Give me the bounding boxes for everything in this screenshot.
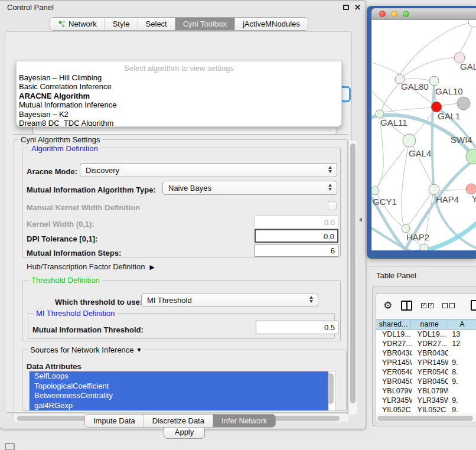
settings-scrollbar-thumb[interactable] [350, 144, 356, 403]
manual-kernel-width-checkbox[interactable] [328, 201, 337, 210]
mi-threshold-label: Mutual Information Threshold: [32, 325, 144, 334]
network-edge[interactable] [402, 147, 408, 225]
table-row[interactable]: YBR045CYBR045C9. [376, 377, 476, 387]
network-window-titlebar[interactable] [371, 8, 476, 20]
attributes-list-scrollbar[interactable] [328, 373, 334, 404]
splitter-collapse-icon[interactable] [359, 217, 362, 222]
network-node[interactable] [468, 20, 476, 27]
algorithm-option-basic-correlation-inference[interactable]: Basic Correlation Inference [17, 82, 341, 91]
network-node[interactable] [420, 244, 428, 250]
manual-kernel-width-label: Manual Kernel Width Definition [27, 203, 140, 212]
algorithm-option-mutual-information-inference[interactable]: Mutual Information Inference [17, 100, 341, 109]
mi-algorithm-type-select[interactable]: Naive Bayes [162, 181, 337, 195]
float-window-icon[interactable] [343, 5, 349, 10]
node-label-gal11: GAL11 [380, 118, 407, 128]
kernel-width-field[interactable]: 0.0 [255, 216, 338, 229]
network-node-hap4[interactable] [429, 184, 439, 195]
table-cell: 12 [448, 340, 476, 349]
new-table-icon[interactable] [471, 300, 476, 311]
hub-definition-label: Hub/Transcription Factor Definition [27, 262, 145, 271]
algorithm-option-dream8-dc-tdc-algorithm[interactable]: Dream8 DC_TDC Algorithm [17, 119, 341, 127]
table-row[interactable]: YLR345WYLR345W9. [376, 396, 476, 406]
collapse-down-icon: ▼ [136, 347, 142, 353]
table-cell: YBR045C [376, 377, 412, 387]
table-row[interactable]: YPR145WYPR145W9. [376, 358, 476, 368]
table-horizontal-scrollbar[interactable] [377, 416, 473, 421]
aracne-mode-select[interactable]: Discovery [80, 163, 337, 177]
node-label-y: Y [472, 194, 476, 204]
network-icon [58, 20, 66, 28]
close-panel-icon[interactable]: ✕ [354, 3, 361, 12]
column-visibility-icon[interactable] [401, 301, 412, 311]
network-edge[interactable] [371, 63, 400, 75]
network-edge[interactable] [377, 146, 407, 187]
deselect-all-icon[interactable] [442, 303, 455, 308]
network-edge[interactable] [382, 83, 399, 110]
network-node-gal10[interactable] [429, 76, 439, 86]
dock-panel-icon[interactable] [5, 443, 15, 450]
minimize-window-icon[interactable] [391, 11, 397, 17]
column-header-name[interactable]: name [411, 319, 448, 329]
algorithm-option-bayesian-hill-climbing[interactable]: Bayesian – Hill Climbing [17, 73, 341, 82]
table-row[interactable]: YBR043CYBR043C [376, 349, 476, 358]
network-node-hap2[interactable] [402, 224, 410, 233]
node-label-gal10: GAL10 [435, 86, 463, 96]
network-node-y[interactable] [466, 184, 476, 194]
network-edge[interactable] [408, 193, 431, 226]
network-edge-thick[interactable] [432, 86, 434, 185]
column-header-a[interactable]: A [448, 319, 476, 329]
sources-group-title[interactable]: Sources for Network Inference▼ [28, 345, 144, 354]
network-node-gal11[interactable] [376, 110, 384, 118]
table-row[interactable]: YER054CYER054C8. [376, 368, 476, 377]
column-header-shared[interactable]: shared... [376, 319, 411, 329]
close-window-icon[interactable] [379, 11, 386, 17]
table-row[interactable]: YBL079WYBL079W [376, 387, 476, 396]
select-all-icon[interactable] [421, 303, 433, 308]
tab-style[interactable]: Style [105, 18, 138, 30]
tab-select[interactable]: Select [138, 18, 175, 30]
which-threshold-select[interactable]: MI Threshold [141, 293, 318, 307]
attribute-item-topologicalcoefficient[interactable]: TopologicalCoefficient [30, 381, 328, 392]
attribute-item-selfloops[interactable]: SelfLoops [30, 371, 328, 381]
node-label-gal1: GAL1 [438, 111, 460, 121]
algorithm-option-bayesian-k2[interactable]: Bayesian – K2 [17, 110, 341, 119]
network-edge[interactable] [442, 103, 458, 106]
table-row[interactable]: YDL19...YDL19...13 [376, 330, 476, 340]
data-attributes-list[interactable]: SelfLoopsTopologicalCoefficientBetweenne… [29, 371, 336, 411]
table-toolbar: ⚙ [376, 294, 476, 317]
mi-algorithm-type-label: Mutual Information Algorithm Type: [27, 185, 156, 194]
network-canvas[interactable]: GALGAL80GAL10GAL1GAL11GAL4SWI4GCY1HAP4YH… [371, 20, 476, 250]
table-cell: YBR043C [376, 349, 412, 358]
network-node-gal4[interactable] [403, 134, 416, 147]
table-options-gear-icon[interactable]: ⚙ [383, 301, 392, 311]
table-row[interactable]: YDR27...YDR27...12 [376, 340, 476, 349]
attribute-item-gal4rgexp[interactable]: gal4RGexp [30, 401, 328, 411]
network-edge[interactable] [405, 79, 431, 81]
mi-steps-field[interactable]: 6 [255, 244, 338, 257]
network-edge[interactable] [377, 118, 383, 187]
hub-definition-toggle[interactable]: Hub/Transcription Factor Definition▶ [27, 262, 155, 271]
network-node-gcy1[interactable] [371, 187, 379, 195]
tab-network[interactable]: Network [50, 18, 105, 30]
tab-cyni-toolbox[interactable]: Cyni Toolbox [175, 18, 234, 30]
network-node[interactable] [457, 97, 470, 110]
mi-threshold-field[interactable]: 0.5 [256, 321, 338, 334]
table-cell: 9. [448, 377, 476, 387]
settings-vertical-scrollbar[interactable] [348, 141, 357, 415]
network-edge[interactable] [403, 58, 459, 76]
apply-button[interactable]: Apply [164, 426, 205, 439]
bottom-tab-impute-data[interactable]: Impute Data [85, 415, 144, 427]
spinner-arrows-icon [309, 296, 313, 303]
bottom-tab-infer-network[interactable]: Infer Network [213, 415, 275, 427]
table-row[interactable]: YIL052CYIL052C9. [376, 406, 476, 413]
zoom-window-icon[interactable] [403, 11, 409, 17]
network-edge[interactable] [460, 25, 473, 53]
dpi-tolerance-field[interactable]: 0.0 [255, 229, 338, 243]
algorithm-option-aracne-algorithm[interactable]: ARACNE Algorithm [17, 92, 341, 100]
tab-jactivemnodules[interactable]: jActiveMNodules [234, 18, 308, 30]
node-label-gal: GAL [460, 61, 476, 71]
attribute-item-betweennesscentrality[interactable]: BetweennessCentrality [30, 391, 328, 401]
which-threshold-value: MI Threshold [147, 296, 192, 305]
bottom-tab-discretize-data[interactable]: Discretize Data [144, 415, 213, 427]
dropdown-placeholder: Select algorithm to view settings [17, 61, 341, 73]
